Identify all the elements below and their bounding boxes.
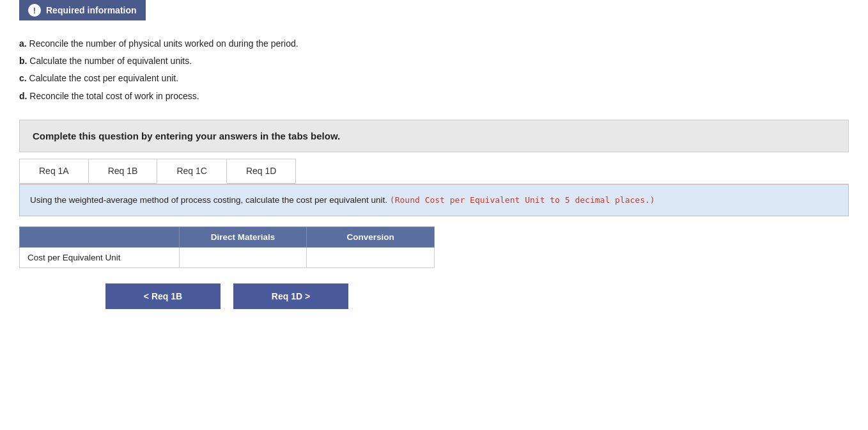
instruction-a: a. Reconcile the number of physical unit…: [19, 36, 849, 52]
col-header-conversion: Conversion: [307, 227, 435, 248]
instruction-highlight-text: (Round Cost per Equivalent Unit to 5 dec…: [390, 195, 655, 205]
page-container: ! Required information a. Reconcile the …: [0, 0, 868, 430]
col-header-direct-materials: Direct Materials: [179, 227, 307, 248]
instruction-b: b. Calculate the number of equivalent un…: [19, 53, 849, 69]
conversion-input[interactable]: [307, 248, 434, 267]
row-label-cost-per-equiv-unit: Cost per Equivalent Unit: [20, 248, 180, 268]
next-button-label: Req 1D >: [272, 291, 310, 301]
next-button[interactable]: Req 1D >: [233, 283, 348, 309]
info-icon: !: [28, 4, 41, 17]
tab-req1c[interactable]: Req 1C: [157, 159, 226, 184]
table-container: Direct Materials Conversion Cost per Equ…: [19, 227, 435, 268]
tab-req1b[interactable]: Req 1B: [88, 159, 158, 184]
instruction-d: d. Reconcile the total cost of work in p…: [19, 88, 849, 104]
complete-question-text: Complete this question by entering your …: [33, 131, 340, 141]
input-cell-direct-materials[interactable]: [179, 248, 307, 268]
instruction-c: c. Calculate the cost per equivalent uni…: [19, 70, 849, 86]
tabs-container: Req 1A Req 1B Req 1C Req 1D: [19, 159, 849, 185]
required-info-banner: ! Required information: [19, 0, 146, 20]
tab-instruction-section: Using the weighted-average method of pro…: [19, 185, 849, 216]
instruction-main-text: Using the weighted-average method of pro…: [30, 195, 387, 205]
instructions-section: a. Reconcile the number of physical unit…: [19, 36, 849, 104]
table-row: Cost per Equivalent Unit: [20, 248, 435, 268]
tab-req1d[interactable]: Req 1D: [226, 159, 296, 184]
col-header-empty: [20, 227, 180, 248]
tab-req1a[interactable]: Req 1A: [19, 159, 89, 184]
direct-materials-input[interactable]: [180, 248, 307, 267]
complete-question-box: Complete this question by entering your …: [19, 120, 849, 152]
nav-buttons: < Req 1B Req 1D >: [19, 283, 435, 309]
cost-table: Direct Materials Conversion Cost per Equ…: [19, 227, 435, 268]
banner-title: Required information: [46, 5, 137, 15]
prev-button-label: < Req 1B: [144, 291, 182, 301]
input-cell-conversion[interactable]: [307, 248, 435, 268]
prev-button[interactable]: < Req 1B: [105, 283, 221, 309]
